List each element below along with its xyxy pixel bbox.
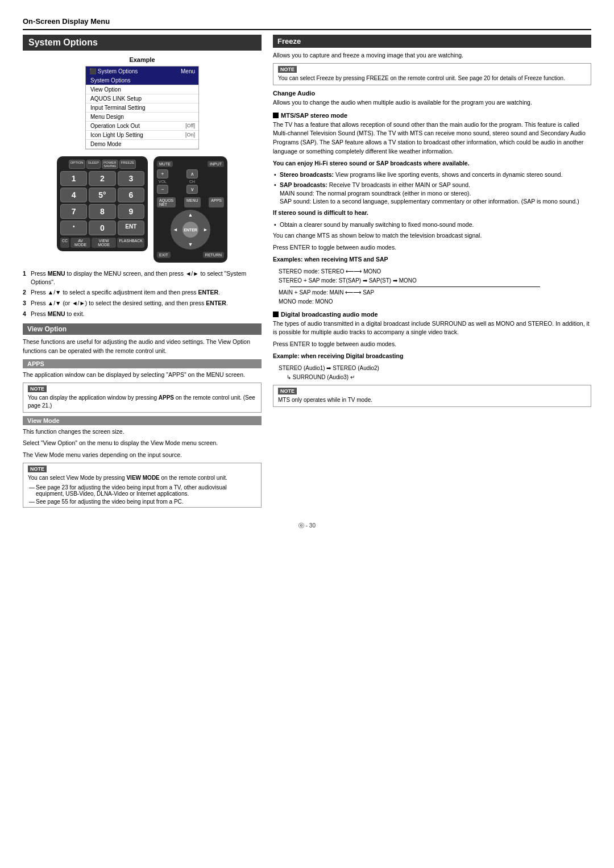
vol-col: + VOL − — [157, 169, 168, 194]
right-column: Freeze Allows you to capture and freeze … — [273, 35, 591, 510]
nav-circle[interactable]: ▲ ▼ ◄ ► ENTER — [171, 210, 210, 250]
nav-left-arrow[interactable]: ◄ — [173, 227, 178, 232]
mts-sap-title: MTS/SAP stereo mode — [281, 112, 347, 119]
mts-bullet-sap: SAP broadcasts: Receive TV broadcasts in… — [273, 181, 591, 206]
digital-note-box: NOTE MTS only operates while in TV mode. — [273, 385, 591, 407]
change-mts-text: You can change MTS as shown below to mat… — [273, 231, 591, 240]
view-mode-btn[interactable]: VIEW MODE — [92, 238, 116, 248]
step-4-num: 4 — [23, 310, 26, 318]
nav-down-arrow[interactable]: ▼ — [188, 242, 193, 247]
mts-sap-body: The TV has a feature that allows recepti… — [273, 121, 591, 156]
example-label: Example — [23, 56, 262, 63]
view-mode-bullet-1: —See page 23 for adjusting the video bei… — [28, 484, 256, 497]
freeze-btn[interactable]: FREEZE — [119, 160, 136, 169]
num-7[interactable]: 7 — [60, 204, 87, 219]
bottom-buttons: CC AV MODE VIEW MODE FLASHBACK — [60, 238, 144, 248]
menu-item-icon-light[interactable]: Icon Light Up Setting [On] — [86, 131, 198, 140]
divider-line — [290, 286, 540, 287]
nav-up-arrow[interactable]: ▲ — [188, 212, 193, 218]
option-btn[interactable]: OPTION — [69, 160, 85, 169]
num-5[interactable]: 5° — [89, 188, 115, 202]
step-4: 4Press MENU to exit. — [23, 310, 262, 318]
view-mode-bullets: —See page 23 for adjusting the video bei… — [28, 484, 256, 505]
num-dot[interactable]: • — [60, 221, 87, 235]
digital-example-heading: Example: when receiving Digital broadcas… — [273, 352, 591, 361]
vol-down-btn[interactable]: − — [157, 185, 168, 194]
exit-btn[interactable]: EXIT — [157, 252, 171, 258]
left-column: System Options Example ⬛ System Options … — [23, 35, 262, 510]
change-audio-body: Allows you to change the audio when mult… — [273, 98, 591, 107]
press-enter-mts: Press ENTER to toggle between audio mode… — [273, 243, 591, 252]
sleep-btn[interactable]: SLEEP — [86, 160, 101, 169]
cc-btn[interactable]: CC — [60, 238, 69, 248]
menu-item-demo-mode[interactable]: Demo Mode — [86, 140, 198, 149]
digital-example-line1: STEREO (Audio1) ➡ STEREO (Audio2) — [279, 364, 591, 373]
ch-down-btn[interactable]: ∨ — [186, 185, 198, 194]
mono-mode-line: MONO mode: MONO — [279, 297, 591, 306]
num-6[interactable]: 6 — [118, 188, 144, 202]
menu-item-system-options[interactable]: System Options — [86, 76, 198, 85]
step-3: 3Press ▲/▼ (or ◄/►) to select the desire… — [23, 299, 262, 308]
remote-left: OPTION SLEEP POWERSAVING FREEZE 1 2 3 4 … — [57, 156, 148, 263]
apps-note-title: NOTE — [28, 385, 47, 392]
stereo-broadcast-label: Stereo broadcasts: — [280, 171, 334, 178]
ch-up-btn[interactable]: ∧ — [186, 169, 198, 178]
stereo-sap-text: STEREO + SAP mode: ST(SAP) ➡ SAP(ST) ➡ M… — [279, 276, 417, 285]
view-mode-body1: This function changes the screen size. — [23, 427, 262, 437]
digital-black-square — [273, 312, 279, 317]
num-0[interactable]: 0 — [89, 221, 115, 235]
menu-btn[interactable]: MENU — [184, 197, 201, 207]
num-2[interactable]: 2 — [89, 171, 115, 186]
num-3[interactable]: 3 — [118, 171, 144, 186]
number-grid: 1 2 3 4 5° 6 7 8 9 • 0 ENT — [60, 171, 144, 235]
vol-ch-block: + VOL − ∧ CH ∨ — [157, 169, 224, 194]
ch-col: ∧ CH ∨ — [186, 169, 198, 194]
menu-item-input-terminal[interactable]: Input Terminal Setting — [86, 103, 198, 113]
mute-btn[interactable]: MUTE — [157, 161, 173, 167]
power-saving-btn[interactable]: POWERSAVING — [102, 160, 118, 169]
difficult-bullet: Obtain a clearer sound by manually switc… — [273, 221, 591, 229]
enter-btn[interactable]: ENTER — [182, 222, 198, 238]
num-1[interactable]: 1 — [60, 171, 87, 186]
freeze-note-title: NOTE — [278, 66, 297, 73]
freeze-note-text: You can select Freeze by pressing FREEZE… — [278, 74, 586, 82]
stereo-diagram: STEREO mode: STEREO ⟵⟶ MONO STEREO + SAP… — [279, 267, 591, 306]
aquos-net-btn[interactable]: AQUOSNET — [157, 197, 176, 207]
stereo-sap-line: STEREO + SAP mode: ST(SAP) ➡ SAP(ST) ➡ M… — [279, 276, 591, 285]
digital-heading: Digital broadcasting audio mode — [273, 311, 591, 318]
flashback-btn[interactable]: FLASHBACK — [117, 238, 144, 248]
main-sap-text: MAIN + SAP mode: MAIN ⟵⟶ SAP — [279, 288, 374, 297]
nav-right-arrow[interactable]: ► — [203, 227, 208, 232]
examples-heading: Examples: when receiving MTS and SAP — [273, 255, 591, 264]
vol-up-btn[interactable]: + — [157, 169, 168, 178]
remote-right: MUTE INPUT + VOL − ∧ CH — [154, 156, 227, 263]
menu-item-menu-design[interactable]: Menu Design — [86, 113, 198, 122]
menu-item-operation-lock[interactable]: Operation Lock Out [Off] — [86, 122, 198, 131]
menu-example: ⬛ System Options Menu System Options Vie… — [85, 66, 199, 149]
hifi-heading: You can enjoy Hi-Fi stereo sound or SAP … — [273, 159, 591, 168]
num-8[interactable]: 8 — [89, 204, 115, 219]
num-ent[interactable]: ENT — [118, 221, 144, 235]
mute-input-row: MUTE INPUT — [157, 161, 224, 167]
num-4[interactable]: 4 — [60, 188, 87, 202]
step-1-num: 1 — [23, 269, 26, 278]
change-audio-title: Change Audio — [273, 90, 591, 97]
stereo-mode-line: STEREO mode: STEREO ⟵⟶ MONO — [279, 267, 591, 276]
step-1: 1Press MENU to display the MENU screen, … — [23, 269, 262, 286]
apps-btn[interactable]: APPS — [209, 197, 224, 207]
av-mode-btn[interactable]: AV MODE — [70, 238, 90, 248]
difficult-bullets: Obtain a clearer sound by manually switc… — [273, 221, 591, 229]
menu-item-aquos-link[interactable]: AQUOS LINK Setup — [86, 94, 198, 103]
input-btn[interactable]: INPUT — [208, 161, 224, 167]
mts-sap-heading: MTS/SAP stereo mode — [273, 112, 591, 119]
return-btn[interactable]: RETURN — [203, 252, 224, 258]
menu-header-menu: Menu — [181, 68, 195, 74]
mts-bullets: Stereo broadcasts: View programs like li… — [273, 171, 591, 206]
menu-header-icon: ⬛ System Options — [89, 68, 138, 74]
steps-list: 1Press MENU to display the MENU screen, … — [23, 269, 262, 318]
num-9[interactable]: 9 — [118, 204, 144, 219]
menu-item-view-option[interactable]: View Option — [86, 85, 198, 94]
menu-header: ⬛ System Options Menu — [86, 67, 198, 76]
view-option-body: These functions are useful for adjusting… — [23, 338, 262, 356]
remote-top-buttons: OPTION SLEEP POWERSAVING FREEZE — [60, 160, 144, 169]
